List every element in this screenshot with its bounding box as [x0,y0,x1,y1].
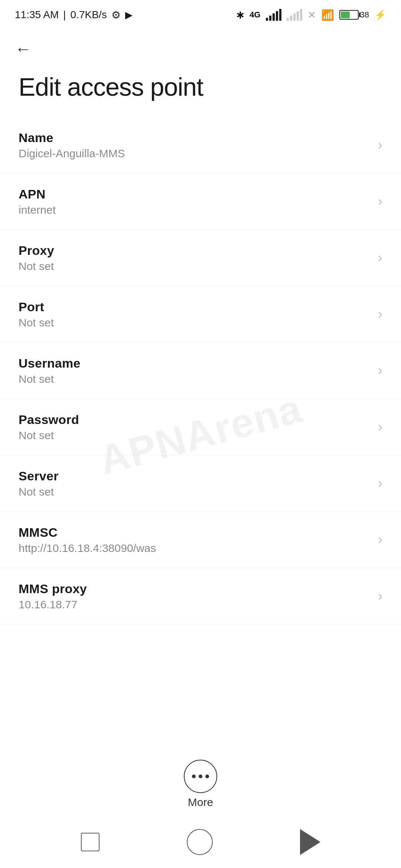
settings-item-proxy-content: Proxy Not set [19,243,371,273]
settings-item-mmsc-content: MMSC http://10.16.18.4:38090/was [19,525,371,555]
settings-label-mms-proxy: MMS proxy [19,582,371,596]
settings-item-name-content: Name Digicel-Anguilla-MMS [19,131,371,160]
settings-label-proxy: Proxy [19,243,371,258]
settings-item-mmsc[interactable]: MMSC http://10.16.18.4:38090/was › [0,512,401,568]
settings-item-server[interactable]: Server Not set › [0,456,401,512]
nav-home-button[interactable] [187,829,213,855]
chevron-icon-password: › [378,419,382,435]
network-speed: 0.7KB/s [71,9,107,21]
chevron-icon-mms-proxy: › [378,588,382,604]
settings-item-port[interactable]: Port Not set › [0,286,401,343]
time-display: 11:35 AM [15,9,59,21]
chevron-icon-port: › [378,306,382,322]
battery-percent: 38 [360,10,369,20]
settings-item-proxy[interactable]: Proxy Not set › [0,230,401,286]
chevron-icon-username: › [378,363,382,378]
more-label: More [188,796,213,809]
settings-label-password: Password [19,412,371,427]
battery-indicator: 38 [339,10,369,20]
more-button[interactable]: More [184,760,217,809]
settings-value-apn: internet [19,204,371,216]
settings-value-password: Not set [19,429,371,442]
wifi-icon: 📶 [321,9,334,21]
settings-item-username[interactable]: Username Not set › [0,343,401,399]
settings-item-apn-content: APN internet [19,187,371,216]
nav-back-button[interactable] [300,829,320,855]
dot-3 [205,775,209,778]
chevron-icon-server: › [378,476,382,491]
settings-value-mmsc: http://10.16.18.4:38090/was [19,542,371,555]
dot-1 [192,775,196,778]
back-button[interactable]: ← [15,41,386,57]
speed-display: | [63,9,66,21]
home-circle-icon [187,829,213,855]
settings-icon: ⚙ [111,9,121,21]
settings-label-mmsc: MMSC [19,525,371,540]
status-bar-left: 11:35 AM | 0.7KB/s ⚙ ▶ [15,9,133,21]
dot-2 [199,775,202,778]
charging-icon: ⚡ [374,9,386,21]
back-triangle-icon [300,829,320,855]
video-icon: ▶ [125,9,133,21]
signal-bars-2 [287,9,302,21]
settings-list: Name Digicel-Anguilla-MMS › APN internet… [0,117,401,625]
settings-item-apn[interactable]: APN internet › [0,174,401,230]
more-circle-icon [184,760,217,793]
settings-item-username-content: Username Not set [19,356,371,385]
bluetooth-icon: ∗ [236,9,244,21]
settings-item-port-content: Port Not set [19,300,371,329]
signal-bars-1 [266,9,281,21]
settings-item-password-content: Password Not set [19,412,371,442]
settings-label-name: Name [19,131,371,145]
chevron-icon-proxy: › [378,250,382,266]
settings-item-password[interactable]: Password Not set › [0,399,401,456]
settings-value-port: Not set [19,316,371,329]
no-signal-icon: ✕ [307,9,316,21]
settings-label-username: Username [19,356,371,371]
settings-label-apn: APN [19,187,371,201]
mobile-data-4g-icon: 4G [250,10,260,20]
settings-value-mms-proxy: 10.16.18.77 [19,598,371,611]
nav-bar [0,816,401,868]
chevron-icon-name: › [378,137,382,153]
settings-value-proxy: Not set [19,260,371,273]
chevron-icon-mmsc: › [378,532,382,548]
status-bar-right: ∗ 4G ✕ 📶 38 ⚡ [236,9,386,21]
settings-value-username: Not set [19,373,371,385]
settings-item-name[interactable]: Name Digicel-Anguilla-MMS › [0,117,401,174]
back-area: ← [0,30,401,65]
page-title: Edit access point [0,65,401,117]
back-arrow-icon: ← [15,41,31,57]
recents-square-icon [81,833,100,851]
settings-label-port: Port [19,300,371,314]
settings-value-server: Not set [19,486,371,498]
chevron-icon-apn: › [378,194,382,209]
settings-item-mms-proxy[interactable]: MMS proxy 10.16.18.77 › [0,568,401,625]
more-dots [192,775,209,778]
settings-label-server: Server [19,469,371,483]
status-bar: 11:35 AM | 0.7KB/s ⚙ ▶ ∗ 4G ✕ 📶 38 [0,0,401,30]
settings-item-mms-proxy-content: MMS proxy 10.16.18.77 [19,582,371,611]
settings-value-name: Digicel-Anguilla-MMS [19,147,371,160]
settings-item-server-content: Server Not set [19,469,371,498]
nav-recents-button[interactable] [81,833,100,851]
